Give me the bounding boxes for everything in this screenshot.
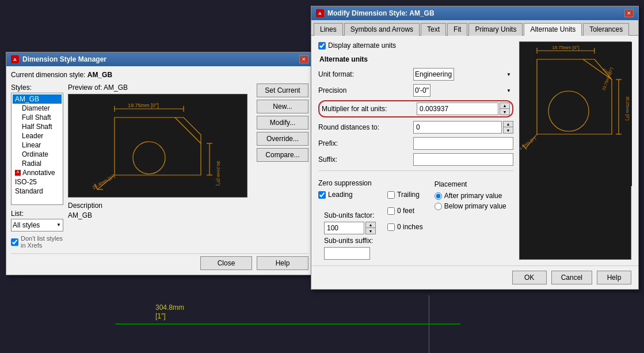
display-alt-units-checkbox[interactable] — [318, 42, 326, 50]
svg-rect-16 — [520, 42, 632, 186]
styles-list[interactable]: AM_GB Diameter Full Shaft Half Shaft Lea… — [11, 93, 63, 205]
sub-units-factor-row: Sub-units factor: — [324, 211, 376, 219]
new-button[interactable]: New... — [257, 100, 308, 113]
style-item-halfshaft[interactable]: Half Shaft — [13, 122, 62, 131]
style-item-diameter[interactable]: Diameter — [13, 104, 62, 113]
multiplier-spinner[interactable]: ▲ ▼ — [500, 103, 510, 115]
placement-title: Placement — [435, 180, 506, 188]
below-primary-radio[interactable] — [435, 203, 442, 210]
dsm-title-area: A Dimension Style Manager — [11, 55, 106, 63]
style-item-standard[interactable]: Standard — [13, 187, 62, 196]
dsm-title-text: Dimension Style Manager — [22, 55, 106, 63]
set-current-button[interactable]: Set Current — [257, 83, 308, 97]
round-up[interactable]: ▲ — [504, 122, 513, 127]
style-item-fullshaft[interactable]: Full Shaft — [13, 113, 62, 122]
prefix-label: Prefix: — [318, 139, 413, 147]
round-down[interactable]: ▼ — [504, 127, 513, 133]
unit-format-row: Unit format: Engineering — [318, 68, 513, 81]
tab-alternate-units[interactable]: Alternate Units — [524, 23, 582, 36]
unit-format-select-wrapper[interactable]: Engineering — [413, 68, 513, 81]
trailing-row: Trailing — [387, 191, 423, 199]
list-dropdown-wrapper[interactable]: All styles — [11, 218, 63, 231]
sub-units-factor-input[interactable] — [324, 222, 364, 234]
zero-inches-checkbox[interactable] — [387, 223, 395, 231]
sub-units-suffix-input[interactable] — [324, 247, 370, 260]
prefix-input[interactable] — [413, 137, 513, 150]
svg-text:19.75mm [0°]: 19.75mm [0°] — [552, 45, 580, 50]
svg-text:30.25mm [0°]: 30.25mm [0°] — [625, 96, 630, 120]
tab-text[interactable]: Text — [421, 23, 446, 36]
unit-format-select[interactable]: Engineering — [413, 68, 454, 81]
description-value: AM_GB — [68, 211, 247, 221]
style-item-leader[interactable]: Leader — [13, 131, 62, 141]
dsm-left-panel: Styles: AM_GB Diameter Full Shaft Half S… — [11, 83, 63, 249]
round-input[interactable] — [413, 121, 502, 134]
multiplier-label: Multiplier for alt units: — [322, 105, 417, 113]
zero-suppression-title: Zero suppression — [318, 179, 423, 187]
compare-button[interactable]: Compare... — [257, 148, 308, 162]
multiplier-down[interactable]: ▼ — [500, 109, 509, 115]
mds-tabs: Lines Symbols and Arrows Text Fit Primar… — [311, 20, 638, 36]
preview-area: 19.75mm [0°] 30.2mm [0°] 25.4mm [1°] — [68, 94, 247, 198]
style-item-radial[interactable]: Radial — [13, 159, 62, 168]
modify-button[interactable]: Modify... — [257, 116, 308, 130]
mds-help-button[interactable]: Help — [597, 271, 631, 284]
dsm-close-button[interactable]: ✕ — [299, 55, 308, 63]
dsm-action-buttons: Set Current New... Modify... Override...… — [257, 83, 308, 249]
zero-feet-checkbox[interactable] — [387, 207, 395, 215]
divider — [318, 170, 513, 171]
zero-placement-row: Zero suppression Leading Sub-units facto… — [318, 176, 513, 260]
sub-factor-down[interactable]: ▼ — [366, 228, 375, 234]
help-button[interactable]: Help — [257, 256, 308, 270]
cancel-button[interactable]: Cancel — [551, 271, 592, 284]
override-button[interactable]: Override... — [257, 132, 308, 146]
below-primary-label: Below primary value — [444, 202, 506, 210]
sub-factor-spinner[interactable]: ▲ ▼ — [365, 222, 376, 234]
style-item-amgb[interactable]: AM_GB — [13, 94, 62, 104]
style-item-ordinate[interactable]: Ordinate — [13, 150, 62, 159]
tab-tolerances[interactable]: Tolerances — [583, 23, 629, 36]
ok-button[interactable]: OK — [512, 271, 547, 284]
zero-sup-col1: Leading Sub-units factor: ▲ — [318, 191, 376, 260]
dont-list-checkbox[interactable] — [11, 238, 18, 246]
cad-horizontal-line — [115, 324, 460, 324]
round-spinner[interactable]: ▲ ▼ — [503, 121, 513, 134]
zero-suppression-checkboxes: Leading Sub-units factor: ▲ — [318, 191, 423, 260]
multiplier-up[interactable]: ▲ — [500, 103, 509, 109]
suffix-control — [413, 153, 513, 166]
precision-select[interactable]: 0'-0" — [413, 84, 430, 97]
style-item-linear[interactable]: Linear — [13, 141, 62, 150]
svg-text:30.2mm [0°]: 30.2mm [0°] — [216, 161, 221, 185]
tab-symbols-arrows[interactable]: Symbols and Arrows — [344, 23, 420, 36]
list-dropdown[interactable]: All styles — [11, 219, 63, 231]
suffix-input[interactable] — [413, 153, 513, 166]
mds-title-text: Modify Dimension Style: AM_GB — [327, 9, 435, 17]
trailing-checkbox[interactable] — [387, 191, 395, 199]
zero-feet-row: 0 feet — [387, 207, 423, 215]
suffix-row: Suffix: — [318, 153, 513, 166]
sub-factor-up[interactable]: ▲ — [366, 222, 375, 228]
sub-units-factor-label: Sub-units factor: — [324, 211, 374, 219]
close-button[interactable]: Close — [200, 256, 252, 270]
tab-primary-units[interactable]: Primary Units — [468, 23, 523, 36]
precision-select-wrapper[interactable]: 0'-0" — [413, 84, 513, 97]
placement-section: Placement After primary value Below prim… — [435, 180, 506, 260]
mds-left-panel: Display alternate units Alternate units … — [318, 41, 513, 260]
sub-factor-input-row: ▲ ▼ — [324, 222, 376, 234]
after-primary-row: After primary value — [435, 192, 506, 200]
dsm-bottom-buttons: Close Help — [200, 256, 308, 270]
style-item-iso25[interactable]: ISO-25 — [13, 177, 62, 187]
svg-text:19.75mm [0°]: 19.75mm [0°] — [128, 103, 159, 108]
mds-close-button[interactable]: ✕ — [624, 9, 634, 17]
round-label: Round distances to: — [318, 123, 413, 131]
style-item-annotative[interactable]: A Annotative — [13, 168, 62, 177]
leading-label: Leading — [328, 191, 353, 199]
multiplier-input[interactable]: 0.003937 — [417, 103, 498, 115]
tab-lines[interactable]: Lines — [314, 23, 343, 36]
sub-units-suffix-row: Sub-units suffix: — [324, 237, 376, 245]
leading-checkbox[interactable] — [318, 191, 326, 199]
tab-fit[interactable]: Fit — [447, 23, 467, 36]
zero-sup-col2: Trailing 0 feet 0 inches — [387, 191, 423, 260]
after-primary-radio[interactable] — [435, 192, 442, 200]
display-alt-units-label: Display alternate units — [328, 41, 396, 50]
